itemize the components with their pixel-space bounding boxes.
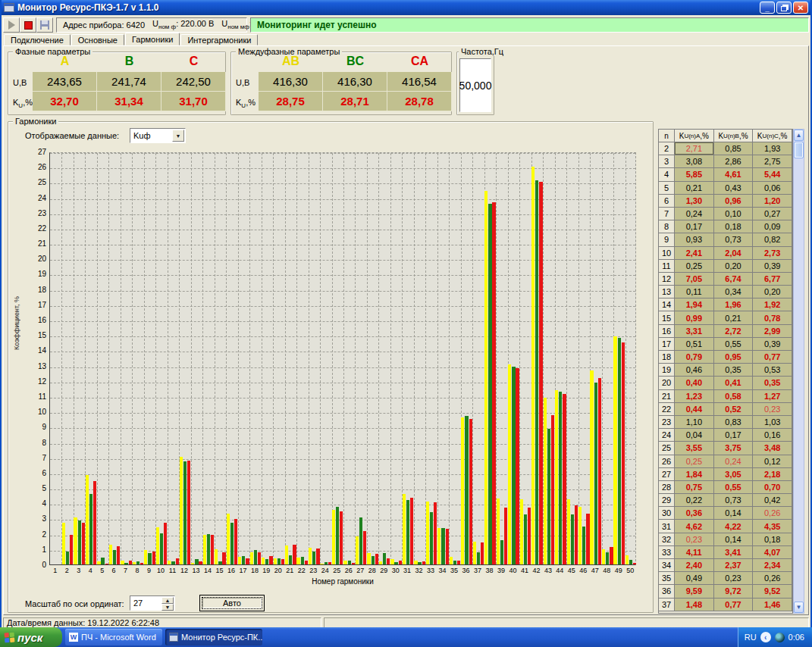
table-cell[interactable]: 0,23	[753, 403, 792, 416]
table-cell[interactable]: 0,96	[714, 195, 754, 208]
table-cell[interactable]: 2,75	[753, 155, 792, 168]
table-cell[interactable]: 2,73	[753, 247, 792, 260]
table-cell[interactable]: 0,25	[675, 260, 714, 273]
table-cell[interactable]: 0,12	[753, 455, 792, 468]
task-button-monitor[interactable]: Монитор Ресурс-ПК...	[165, 629, 262, 645]
table-cell[interactable]: 0,24	[714, 455, 754, 468]
table-cell[interactable]: 0,44	[675, 403, 714, 416]
table-cell[interactable]: 1,10	[675, 416, 714, 429]
table-cell[interactable]: 0,36	[675, 507, 714, 520]
table-cell[interactable]: 1,03	[753, 416, 792, 429]
scroll-up-button[interactable]: ▲	[794, 130, 804, 141]
start-button[interactable]: пуск	[0, 627, 62, 647]
table-scrollbar[interactable]: ▲ ▼	[793, 129, 804, 614]
auto-scale-button[interactable]: Авто	[199, 595, 265, 611]
tab-connection[interactable]: Подключение	[4, 34, 71, 45]
table-cell[interactable]: 0,93	[675, 233, 714, 246]
table-cell[interactable]: 0,83	[714, 416, 754, 429]
table-cell[interactable]: 0,79	[675, 351, 714, 364]
table-cell[interactable]: 9,72	[714, 585, 754, 598]
table-cell[interactable]: 5,44	[753, 168, 792, 181]
table-cell[interactable]: 0,77	[714, 599, 754, 611]
table-cell[interactable]: 2,71	[675, 142, 714, 155]
table-cell[interactable]: 2,72	[714, 325, 754, 338]
stop-monitoring-button[interactable]	[20, 17, 36, 33]
table-cell[interactable]: 2,34	[753, 559, 792, 572]
table-cell[interactable]: 3,48	[753, 442, 792, 455]
table-cell[interactable]: 7,05	[675, 273, 714, 286]
table-cell[interactable]: 1,48	[675, 599, 714, 611]
language-indicator[interactable]: RU	[745, 633, 757, 642]
table-cell[interactable]: 9,59	[675, 585, 714, 598]
table-cell[interactable]: 0,17	[675, 220, 714, 233]
table-cell[interactable]: 2,04	[714, 247, 754, 260]
table-cell[interactable]: 0,18	[714, 220, 754, 233]
scroll-down-button[interactable]: ▼	[794, 602, 804, 613]
table-cell[interactable]: 0,22	[675, 494, 714, 507]
table-cell[interactable]: 0,09	[753, 220, 792, 233]
table-cell[interactable]: 5,85	[675, 168, 714, 181]
table-cell[interactable]: 0,85	[714, 142, 754, 155]
spinner-up-button[interactable]: ▲	[161, 597, 174, 604]
tray-icon[interactable]	[775, 633, 785, 642]
table-cell[interactable]: 9,52	[753, 585, 792, 598]
table-cell[interactable]: 0,24	[675, 208, 714, 220]
table-cell[interactable]: 0,21	[675, 182, 714, 195]
save-button[interactable]	[36, 17, 53, 33]
table-cell[interactable]: 2,41	[675, 247, 714, 260]
table-cell[interactable]: 0,21	[714, 311, 754, 324]
table-cell[interactable]: 0,77	[753, 351, 792, 364]
table-cell[interactable]: 0,43	[714, 182, 754, 195]
table-cell[interactable]: 0,06	[753, 182, 792, 195]
table-cell[interactable]: 0,78	[753, 311, 792, 324]
table-cell[interactable]: 0,35	[753, 377, 792, 389]
table-cell[interactable]: 4,62	[675, 520, 714, 533]
table-cell[interactable]: 0,20	[714, 260, 754, 273]
table-cell[interactable]: 1,94	[675, 298, 714, 311]
table-cell[interactable]: 0,18	[753, 533, 792, 546]
table-cell[interactable]: 0,42	[753, 494, 792, 507]
table-cell[interactable]: 0,55	[714, 481, 754, 494]
table-cell[interactable]: 0,55	[714, 338, 754, 351]
tab-harmonics[interactable]: Гармоники	[125, 33, 180, 45]
table-cell[interactable]: 0,53	[753, 364, 792, 377]
table-cell[interactable]: 0,46	[675, 364, 714, 377]
table-cell[interactable]: 0,23	[675, 533, 714, 546]
start-monitoring-button[interactable]	[3, 17, 20, 33]
task-button-word[interactable]: W ПЧ - Microsoft Word	[65, 629, 162, 645]
table-cell[interactable]: 0,34	[714, 286, 754, 298]
table-cell[interactable]: 3,41	[714, 546, 754, 559]
table-cell[interactable]: 1,93	[753, 142, 792, 155]
table-cell[interactable]: 0,52	[714, 403, 754, 416]
table-cell[interactable]: 0,51	[675, 338, 714, 351]
tab-interharmonics[interactable]: Интергармоники	[180, 34, 258, 45]
table-cell[interactable]: 6,77	[753, 273, 792, 286]
table-cell[interactable]: 0,17	[714, 429, 754, 442]
table-cell[interactable]: 0,14	[714, 507, 754, 520]
table-cell[interactable]: 3,55	[675, 442, 714, 455]
table-cell[interactable]: 2,18	[753, 468, 792, 481]
table-cell[interactable]: 4,61	[714, 168, 754, 181]
table-cell[interactable]: 1,84	[675, 468, 714, 481]
tab-basic[interactable]: Основные	[71, 34, 124, 45]
table-cell[interactable]: 0,10	[714, 208, 754, 220]
table-cell[interactable]: 2,37	[714, 559, 754, 572]
table-cell[interactable]: 0,73	[714, 494, 754, 507]
table-cell[interactable]: 0,04	[675, 429, 714, 442]
table-cell[interactable]: 3,05	[714, 468, 754, 481]
table-cell[interactable]: 0,73	[714, 233, 754, 246]
close-button[interactable]: ✕	[793, 2, 808, 14]
table-cell[interactable]: 2,40	[675, 559, 714, 572]
table-cell[interactable]: 0,20	[753, 286, 792, 298]
table-cell[interactable]: 4,35	[753, 520, 792, 533]
table-cell[interactable]: 0,75	[675, 481, 714, 494]
spinner-down-button[interactable]: ▼	[161, 604, 174, 611]
table-cell[interactable]: 1,27	[753, 390, 792, 403]
table-cell[interactable]: 2,99	[753, 325, 792, 338]
table-cell[interactable]: 0,16	[753, 429, 792, 442]
table-cell[interactable]: 0,39	[753, 338, 792, 351]
table-cell[interactable]: 1,96	[714, 298, 754, 311]
table-cell[interactable]: 0,70	[753, 481, 792, 494]
table-cell[interactable]: 0,41	[714, 377, 754, 389]
table-cell[interactable]: 0,27	[753, 208, 792, 220]
